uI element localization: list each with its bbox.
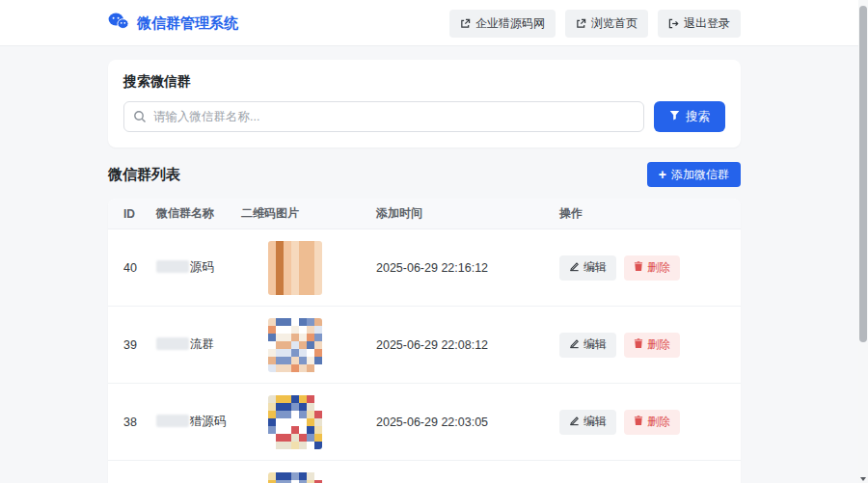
qr-code-image: [268, 241, 322, 295]
scrollbar-track[interactable]: [858, 0, 868, 483]
column-header-time: 添加时间: [376, 205, 559, 222]
edit-icon: [569, 261, 580, 275]
nav-button-label: 企业猎源码网: [475, 15, 545, 32]
page-title: 微信群管理系统: [137, 14, 238, 33]
plus-icon: +: [659, 168, 666, 181]
cell-id: 40: [108, 261, 156, 275]
cell-added-time: 2025-06-29 22:08:12: [376, 338, 559, 352]
blurred-name-mask: [156, 415, 189, 427]
source-site-button[interactable]: 企业猎源码网: [449, 10, 556, 38]
filter-icon: [669, 110, 680, 123]
edit-button[interactable]: 编辑: [559, 410, 616, 435]
cell-group-name: 源码: [156, 259, 241, 276]
trash-icon: [634, 416, 643, 429]
header-nav: 企业猎源码网 浏览首页 退出登录: [449, 10, 741, 38]
table-row: 37 讨论群 2025-06-29 22:02:48 编辑 删除: [108, 461, 741, 483]
delete-button[interactable]: 删除: [624, 333, 680, 358]
delete-button[interactable]: 删除: [624, 410, 680, 435]
cell-id: 38: [108, 416, 156, 429]
cell-added-time: 2025-06-29 22:03:05: [376, 416, 559, 429]
group-name-text: 源码: [190, 260, 214, 274]
column-header-ops: 操作: [559, 205, 741, 222]
list-title: 微信群列表: [108, 166, 180, 184]
qr-code-image: [268, 395, 322, 449]
search-input[interactable]: [123, 101, 644, 132]
edit-button[interactable]: 编辑: [559, 255, 616, 281]
column-header-name: 微信群名称: [156, 205, 241, 222]
trash-icon: [634, 261, 643, 275]
edit-icon: [569, 338, 580, 352]
group-table: ID 微信群名称 二维码图片 添加时间 操作 40 源码 2025-06-29 …: [108, 199, 741, 483]
delete-button-label: 删除: [647, 259, 670, 276]
add-group-button[interactable]: + 添加微信群: [647, 162, 741, 187]
cell-group-name: 猎源码: [156, 414, 241, 430]
browse-home-button[interactable]: 浏览首页: [565, 10, 648, 38]
group-name-text: 流群: [190, 337, 214, 351]
trash-icon: [634, 338, 643, 352]
nav-button-label: 浏览首页: [591, 15, 637, 32]
search-title: 搜索微信群: [123, 73, 725, 91]
edit-button-label: 编辑: [583, 259, 607, 276]
nav-button-label: 退出登录: [684, 15, 730, 32]
delete-button-label: 删除: [647, 414, 670, 430]
cell-id: 39: [108, 338, 156, 352]
table-row: 39 流群 2025-06-29 22:08:12 编辑 删除: [108, 307, 741, 384]
scrollbar-down-arrow[interactable]: [860, 477, 866, 481]
column-header-qr: 二维码图片: [241, 205, 376, 222]
brand: 微信群管理系统: [108, 13, 238, 34]
external-link-icon: [576, 18, 586, 29]
delete-button[interactable]: 删除: [624, 255, 680, 281]
search-card: 搜索微信群 搜索: [108, 60, 741, 148]
group-name-text: 猎源码: [190, 415, 227, 428]
cell-added-time: 2025-06-29 22:16:12: [376, 261, 559, 275]
logout-button[interactable]: 退出登录: [658, 10, 741, 38]
wechat-icon: [108, 13, 129, 34]
column-header-id: ID: [108, 207, 156, 221]
qr-code-image: [268, 472, 322, 483]
edit-button[interactable]: 编辑: [559, 333, 616, 358]
blurred-name-mask: [156, 337, 189, 350]
cell-group-name: 流群: [156, 336, 241, 353]
search-button[interactable]: 搜索: [654, 101, 725, 132]
scrollbar-thumb[interactable]: [859, 6, 867, 342]
qr-code-image: [268, 318, 322, 372]
table-row: 38 猎源码 2025-06-29 22:03:05 编辑 删除: [108, 384, 741, 461]
blurred-name-mask: [156, 260, 189, 273]
edit-icon: [569, 416, 580, 429]
external-link-icon: [460, 18, 471, 29]
top-header: 微信群管理系统 企业猎源码网 浏览首页: [0, 0, 868, 46]
table-row: 40 源码 2025-06-29 22:16:12 编辑 删除: [108, 229, 741, 307]
logout-icon: [668, 18, 679, 29]
delete-button-label: 删除: [647, 336, 670, 353]
search-button-label: 搜索: [686, 109, 710, 125]
add-group-button-label: 添加微信群: [671, 167, 729, 183]
edit-button-label: 编辑: [583, 414, 607, 430]
table-header-row: ID 微信群名称 二维码图片 添加时间 操作: [108, 199, 741, 229]
edit-button-label: 编辑: [583, 336, 607, 353]
